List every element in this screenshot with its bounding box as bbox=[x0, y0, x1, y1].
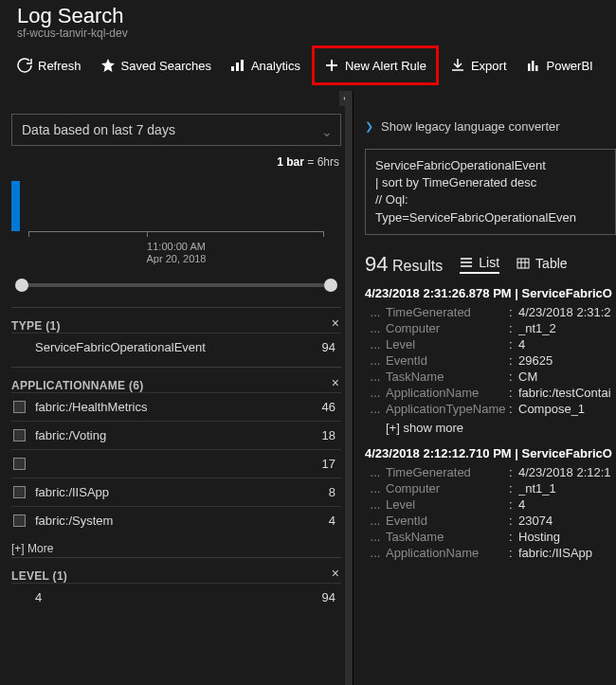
entry-field: ...TimeGenerated:4/23/2018 2:31:2 bbox=[365, 304, 616, 320]
refresh-button[interactable]: Refresh bbox=[9, 52, 89, 79]
filter-item[interactable]: 494 bbox=[11, 583, 341, 611]
table-label: Table bbox=[535, 256, 567, 271]
entry-field: ...Level:4 bbox=[365, 496, 616, 513]
checkbox[interactable] bbox=[13, 514, 26, 527]
entry-field: ...ApplicationName:fabric:/IISApp bbox=[365, 545, 616, 561]
refresh-label: Refresh bbox=[38, 59, 82, 73]
field-menu-icon[interactable]: ... bbox=[365, 497, 386, 512]
filter-item-name: fabric:/System bbox=[35, 514, 319, 528]
powerbi-button[interactable]: PowerBI bbox=[518, 52, 601, 79]
field-key: Computer bbox=[386, 321, 509, 335]
new-alert-rule-button[interactable]: New Alert Rule bbox=[312, 45, 439, 85]
legacy-converter-toggle[interactable]: ❯ Show legacy language converter bbox=[365, 119, 616, 134]
field-menu-icon[interactable]: ... bbox=[365, 353, 386, 368]
field-key: ApplicationName bbox=[386, 546, 509, 560]
filter-item-count: 4 bbox=[329, 514, 339, 528]
field-key: ApplicationName bbox=[386, 386, 509, 400]
analytics-icon bbox=[230, 58, 245, 73]
filter-group: LEVEL (1)×494 bbox=[11, 557, 341, 617]
entry-field: ...TimeGenerated:4/23/2018 2:12:1 bbox=[365, 464, 616, 480]
field-menu-icon[interactable]: ... bbox=[365, 337, 386, 352]
svg-rect-4 bbox=[532, 61, 534, 71]
field-value: fabric:/testContai bbox=[518, 386, 611, 400]
filter-group: APPLICATIONNAME (6)×fabric:/HealthMetric… bbox=[11, 367, 341, 540]
field-menu-icon[interactable]: ... bbox=[365, 546, 386, 560]
table-icon bbox=[516, 257, 530, 270]
field-menu-icon[interactable]: ... bbox=[365, 386, 386, 400]
svg-rect-3 bbox=[528, 63, 531, 71]
entry-field: ...EventId:23074 bbox=[365, 513, 616, 529]
field-menu-icon[interactable]: ... bbox=[365, 514, 386, 528]
filter-item-count: 94 bbox=[322, 590, 339, 604]
export-label: Export bbox=[471, 59, 507, 73]
powerbi-icon bbox=[526, 58, 541, 73]
field-menu-icon[interactable]: ... bbox=[365, 321, 386, 335]
filter-item-count: 94 bbox=[322, 340, 339, 354]
query-editor[interactable]: ServiceFabricOperationalEvent | sort by … bbox=[365, 149, 616, 235]
field-menu-icon[interactable]: ... bbox=[365, 402, 386, 416]
field-key: TimeGenerated bbox=[386, 305, 509, 319]
field-menu-icon[interactable]: ... bbox=[365, 370, 386, 384]
field-value: 4/23/2018 2:31:2 bbox=[518, 305, 611, 319]
svg-rect-2 bbox=[241, 60, 244, 71]
checkbox[interactable] bbox=[13, 486, 26, 498]
table-view-toggle[interactable]: Table bbox=[516, 256, 567, 273]
scrollbar[interactable] bbox=[345, 91, 353, 685]
filter-item[interactable]: fabric:/Voting18 bbox=[11, 421, 341, 449]
field-value: _nt1_2 bbox=[518, 321, 556, 335]
saved-searches-button[interactable]: Saved Searches bbox=[93, 52, 219, 79]
legacy-converter-label: Show legacy language converter bbox=[381, 119, 560, 134]
time-slider[interactable] bbox=[15, 279, 337, 292]
slider-handle-right[interactable] bbox=[324, 279, 337, 292]
export-button[interactable]: Export bbox=[443, 52, 515, 79]
field-value: 4 bbox=[518, 337, 525, 352]
left-panel: « Data based on last 7 days ⌄ 1 bar = 6h… bbox=[0, 91, 353, 685]
filter-item-count: 17 bbox=[322, 457, 339, 471]
show-more-link[interactable]: [+] show more bbox=[386, 421, 616, 435]
more-link[interactable]: [+] More bbox=[11, 542, 341, 555]
new-alert-rule-label: New Alert Rule bbox=[345, 59, 426, 73]
filter-item[interactable]: 17 bbox=[11, 449, 341, 478]
page-title: Log Search bbox=[17, 4, 599, 28]
field-menu-icon[interactable]: ... bbox=[365, 465, 386, 479]
field-key: Level bbox=[386, 497, 509, 512]
entry-header[interactable]: 4/23/2018 2:12:12.710 PM | ServiceFabric… bbox=[365, 446, 616, 460]
filter-item[interactable]: fabric:/IISApp8 bbox=[11, 478, 341, 506]
workspace-name: sf-wcus-tanvir-kql-dev bbox=[17, 27, 599, 40]
filter-title: TYPE (1) bbox=[11, 319, 341, 333]
close-icon[interactable]: × bbox=[332, 315, 339, 331]
powerbi-label: PowerBI bbox=[547, 59, 593, 73]
entry-header[interactable]: 4/23/2018 2:31:26.878 PM | ServiceFabric… bbox=[365, 286, 616, 300]
filter-item[interactable]: fabric:/HealthMetrics46 bbox=[11, 392, 341, 421]
analytics-button[interactable]: Analytics bbox=[223, 52, 308, 79]
time-range-selector[interactable]: Data based on last 7 days ⌄ bbox=[11, 114, 341, 146]
entry-field: ...ApplicationName:fabric:/testContai bbox=[365, 385, 616, 401]
checkbox[interactable] bbox=[13, 429, 26, 442]
entry-field: ...TaskName:Hosting bbox=[365, 529, 616, 545]
field-value: Compose_1 bbox=[518, 402, 585, 416]
filter-title: APPLICATIONNAME (6) bbox=[11, 379, 341, 392]
filter-item-name: fabric:/IISApp bbox=[35, 485, 319, 499]
field-menu-icon[interactable]: ... bbox=[365, 305, 386, 319]
histogram-bar[interactable] bbox=[11, 198, 20, 231]
field-menu-icon[interactable]: ... bbox=[365, 481, 386, 496]
checkbox[interactable] bbox=[13, 458, 26, 470]
filter-item[interactable]: fabric:/System4 bbox=[11, 506, 341, 534]
svg-rect-1 bbox=[236, 63, 239, 71]
list-icon bbox=[460, 256, 473, 269]
field-value: fabric:/IISApp bbox=[518, 546, 592, 560]
filter-item[interactable]: ServiceFabricOperationalEvent94 bbox=[11, 333, 341, 361]
close-icon[interactable]: × bbox=[332, 566, 339, 581]
field-value: 4 bbox=[518, 497, 525, 512]
time-range-label: Data based on last 7 days bbox=[22, 122, 175, 137]
checkbox[interactable] bbox=[13, 401, 26, 413]
right-panel: ❯ Show legacy language converter Service… bbox=[353, 91, 616, 685]
field-menu-icon[interactable]: ... bbox=[365, 530, 386, 544]
entry-field: ...TaskName:CM bbox=[365, 369, 616, 385]
filter-item-count: 46 bbox=[322, 400, 339, 414]
close-icon[interactable]: × bbox=[332, 375, 339, 390]
slider-handle-left[interactable] bbox=[15, 279, 28, 292]
list-view-toggle[interactable]: List bbox=[460, 255, 499, 274]
results-count: 94 Results bbox=[365, 252, 443, 277]
histogram-chart[interactable] bbox=[11, 171, 341, 237]
